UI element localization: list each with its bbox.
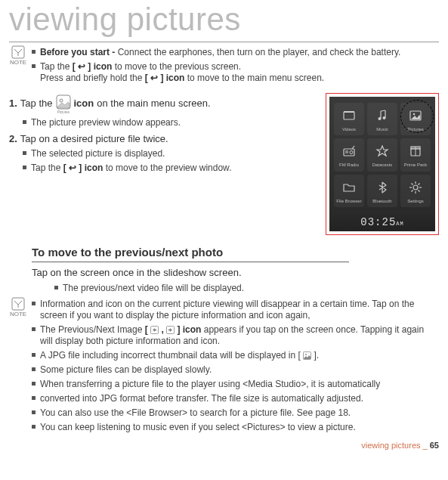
- tile-label: Datacasts: [367, 163, 397, 169]
- page-title: viewing pictures: [9, 0, 439, 42]
- note-text: Information and icon on the current pict…: [40, 299, 439, 321]
- pictures-inline-icon: Pictures: [56, 94, 71, 114]
- note-icon: NOTE: [9, 45, 27, 66]
- bullet-icon: [32, 50, 36, 54]
- tile-label: FM Radio: [334, 163, 364, 169]
- device-screenshot: VideosMusicPicturesFM RadioDatacastsPrim…: [326, 93, 439, 235]
- music-icon: [372, 106, 392, 125]
- bluetooth-icon: [372, 178, 392, 197]
- bullet-icon: [23, 166, 26, 169]
- step-2: 2. Tap on a desired picture file twice.: [9, 133, 318, 145]
- svg-text:Pictures: Pictures: [57, 110, 70, 114]
- note-text: Tap the [ ↩ ] icon to move to the previo…: [40, 61, 439, 84]
- step-1-sub: The picture preview window appears.: [31, 117, 181, 129]
- note-icon: NOTE: [9, 297, 27, 317]
- tile-label: Bluetooth: [367, 199, 397, 205]
- section-heading: To move to the previous/next photo: [32, 246, 349, 263]
- bullet-icon: [32, 382, 36, 386]
- note-label: NOTE: [9, 60, 27, 66]
- svg-point-20: [413, 185, 418, 190]
- note-text: converted into JPG format before transfe…: [40, 393, 439, 404]
- note-text: Before you start - Connect the earphones…: [40, 47, 439, 58]
- package-icon: [406, 141, 425, 161]
- menu-tile: Prime Pack: [400, 138, 431, 172]
- svg-point-8: [383, 116, 386, 119]
- svg-marker-32: [153, 328, 156, 332]
- step-2-sub2: Tap the [ ↩ ] icon to move to the previe…: [31, 163, 231, 174]
- note-block-top: NOTE Before you start - Connect the earp…: [9, 45, 439, 87]
- note-text: A JPG file including incorrect thumbnail…: [40, 350, 439, 361]
- step-2-sub1: The selected picture is displayed.: [31, 148, 165, 159]
- menu-tile: File Browser: [334, 175, 364, 208]
- menu-tile: Videos: [334, 103, 364, 136]
- svg-rect-5: [344, 112, 354, 119]
- svg-marker-34: [168, 328, 172, 332]
- device-clock: 03:25AM: [329, 212, 435, 231]
- bullet-icon: [23, 151, 26, 155]
- svg-rect-0: [12, 46, 24, 58]
- tile-label: File Browser: [334, 199, 364, 205]
- video-icon: [339, 106, 359, 125]
- note-text: Some picture files can be displayed slow…: [40, 364, 439, 376]
- svg-marker-16: [377, 146, 388, 156]
- star-icon: [372, 141, 392, 161]
- note-text: You can also use the <File Browser> to s…: [40, 407, 439, 419]
- section-sub: The previous/next video file will be dis…: [63, 283, 244, 294]
- menu-tile: Bluetooth: [367, 175, 397, 208]
- bullet-icon: [32, 353, 36, 357]
- svg-line-27: [419, 183, 420, 184]
- step-1: 1. Tap the Pictures icon on the main men…: [9, 94, 318, 114]
- note-label: NOTE: [9, 311, 27, 317]
- svg-line-26: [419, 190, 420, 191]
- menu-tile: Pictures: [400, 103, 431, 136]
- menu-tile: Settings: [400, 175, 431, 208]
- svg-line-28: [412, 190, 413, 191]
- folder-icon: [339, 178, 359, 197]
- section-body: Tap on the screen once in the slideshow …: [32, 267, 439, 279]
- tile-label: Prime Pack: [400, 163, 431, 169]
- menu-tile: Music: [367, 103, 397, 136]
- bullet-icon: [32, 327, 36, 331]
- tile-label: Videos: [334, 127, 364, 133]
- bullet-icon: [23, 120, 26, 124]
- gear-icon: [406, 178, 425, 197]
- bullet-icon: [32, 425, 36, 429]
- bullet-icon: [32, 410, 36, 414]
- svg-rect-29: [12, 298, 24, 310]
- svg-point-3: [60, 99, 63, 102]
- tile-label: Music: [367, 127, 397, 133]
- note-block-bottom: NOTE Information and icon on the current…: [9, 297, 439, 436]
- note-text: When transferring a picture file to the …: [40, 379, 439, 390]
- bullet-icon: [32, 367, 36, 371]
- pictures-icon: [406, 106, 425, 125]
- menu-tile: FM Radio: [334, 138, 364, 172]
- svg-point-7: [378, 117, 382, 120]
- svg-point-10: [413, 113, 416, 115]
- bullet-icon: [32, 396, 36, 400]
- menu-tile: Datacasts: [367, 138, 397, 172]
- bullet-icon: [54, 286, 58, 290]
- page-footer: viewing pictures _ 65: [9, 441, 439, 451]
- tile-label: Pictures: [400, 127, 431, 133]
- note-text: You can keep listening to music even if …: [40, 422, 439, 433]
- note-text: The Previous/Next Image [ , ] icon appea…: [40, 324, 439, 347]
- bullet-icon: [32, 302, 36, 305]
- svg-rect-6: [344, 111, 354, 113]
- bullet-icon: [32, 64, 36, 68]
- radio-icon: [339, 141, 359, 161]
- svg-line-15: [352, 146, 354, 149]
- tile-label: Settings: [400, 199, 431, 205]
- svg-point-12: [350, 151, 353, 154]
- svg-point-36: [305, 354, 307, 355]
- svg-line-25: [412, 183, 413, 184]
